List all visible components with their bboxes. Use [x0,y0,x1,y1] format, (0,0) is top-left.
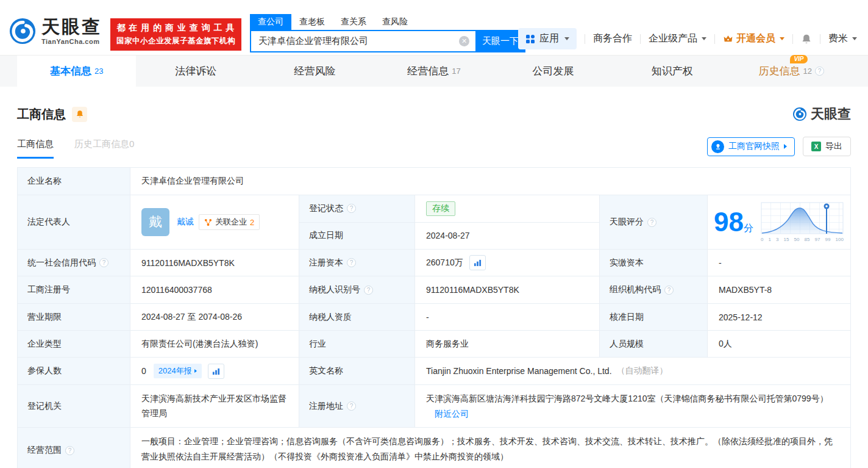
auto-translate-note: （自动翻译） [617,365,668,376]
subtab-business-info[interactable]: 工商信息 [17,139,54,159]
nearby-companies-link[interactable]: 附近公司 [435,409,469,419]
field-label-insured-count: 参保人数 [18,358,130,384]
tianyancha-watermark: 天眼查 [792,105,851,123]
legal-rep-name-link[interactable]: 戴诚 [177,217,194,228]
crown-icon [723,34,733,44]
logo-title: 天眼查 [41,18,102,36]
field-label-legal-representative: 法定代表人 [18,195,130,249]
field-label-taxpayer-id: 纳税人识别号? [299,276,415,303]
table-row: 参保人数 0 2024年报 英文名称 Tianjin Zhuoxin Enter… [18,358,850,385]
field-value-legal-representative: 戴 戴诚 关联企业 2 [130,195,299,249]
help-icon[interactable]: ? [664,286,674,295]
apps-label: 应用 [539,32,559,45]
chevron-down-icon [852,37,857,40]
tab-operation-risk[interactable]: 经营风险 [255,56,374,87]
nav-business-cooperation[interactable]: 商务合作 [593,32,632,45]
help-icon[interactable]: ? [647,218,656,227]
field-value-business-term: 2024-08-27 至 2074-08-26 [130,304,299,330]
help-icon[interactable]: ? [99,258,108,267]
table-row: 法定代表人 戴 戴诚 关联企业 2 登记状态? [18,195,850,250]
tab-basic-info[interactable]: 基本信息23 [17,56,136,87]
brand-slogan-banner: 都 在 用 的 商 业 查 询 工 具 国家中小企业发展子基金旗下机构 [110,18,241,51]
table-row: 营业期限 2024-08-27 至 2074-08-26 纳税人资质 - 核准日… [18,304,850,331]
insured-chart-button[interactable] [208,364,224,379]
field-label-registration-number: 工商注册号 [18,276,130,303]
company-section-tabs: 基本信息23 法律诉讼 经营风险 经营信息17 公司发展 知识产权 历史信息 V… [0,55,868,87]
field-value-approval-date: 2025-12-12 [708,304,850,330]
field-label-approval-date: 核准日期 [600,304,708,330]
field-value-org-code: MADXB5YT-8 [708,276,850,303]
notifications-bell[interactable] [801,34,812,45]
annual-report-tag[interactable]: 2024年报 [154,364,202,378]
field-label-english-name: 英文名称 [299,358,415,384]
search-input[interactable] [250,30,475,52]
field-label-staff-size: 人员规模 [600,331,708,357]
help-icon[interactable]: ? [65,446,74,455]
help-icon[interactable]: ? [815,67,824,76]
score-unit: 分 [744,223,753,233]
field-value-registered-capital: 260710万 [415,250,600,276]
help-icon[interactable]: ? [364,286,373,295]
field-value-company-type: 有限责任公司(港澳台法人独资) [130,331,299,357]
vip-badge: VIP [790,55,807,63]
tab-history-info[interactable]: 历史信息 VIP 12 ? [732,56,851,87]
status-badge: 存续 [426,201,455,216]
related-companies-badge[interactable]: 关联企业 2 [199,214,260,230]
field-label-credit-code: 统一社会信用代码? [18,250,130,276]
field-value-establish-date: 2024-08-27 [415,223,599,250]
excel-icon: X [811,142,821,151]
field-value-industry: 商务服务业 [415,331,600,357]
apps-menu[interactable]: 应用 [518,28,577,49]
bell-icon [801,34,812,45]
field-label-tianyan-score: 天眼评分? [600,195,708,249]
official-snapshot-button[interactable]: 工商官网快照 [707,137,795,156]
tab-intellectual-property[interactable]: 知识产权 [613,56,731,87]
business-info-table: 企业名称 天津卓信企业管理有限公司 法定代表人 戴 戴诚 关联企业 2 [17,167,851,468]
capital-chart-button[interactable] [469,255,486,270]
legal-rep-avatar[interactable]: 戴 [141,208,169,236]
help-icon[interactable]: ? [347,258,356,267]
field-label-business-scope: 经营范围? [18,428,130,468]
search-area: 查公司 查老板 查关系 查风险 ✕ 天眼一下 [250,13,525,52]
tab-company-development[interactable]: 公司发展 [494,56,613,87]
field-value-insured-count: 0 2024年报 [130,358,299,384]
subscribe-bell-button[interactable] [72,107,87,122]
logo-domain: TianYanCha.com [41,38,102,45]
help-icon[interactable]: ? [347,204,356,213]
tab-legal-litigation[interactable]: 法律诉讼 [136,56,255,87]
search-tabs: 查公司 查老板 查关系 查风险 [250,13,525,30]
search-tab-boss[interactable]: 查老板 [291,14,333,30]
field-label-paid-capital: 实缴资本 [600,250,708,276]
field-value-taxpayer-quality: - [415,304,600,330]
chevron-down-icon [780,37,784,40]
nav-enterprise-products[interactable]: 企业级产品 [649,32,706,45]
field-label-business-term: 营业期限 [18,304,130,330]
tab-business-info[interactable]: 经营信息17 [374,56,493,87]
top-nav: 应用 商务合作 企业级产品 开通会员 [518,28,857,49]
field-value-registration-number: 120116400037768 [130,276,299,303]
chevron-down-icon [564,37,569,40]
bell-icon [76,110,84,118]
nav-open-membership[interactable]: 开通会员 [723,32,784,45]
score-distribution-chart[interactable]: 0131550859799100 [761,202,844,242]
clear-search-icon[interactable]: ✕ [459,36,469,46]
network-icon [204,218,212,226]
help-icon[interactable]: ? [347,401,356,411]
table-row: 企业类型 有限责任公司(港澳台法人独资) 行业 商务服务业 人员规模 0人 [18,331,850,358]
subtab-history-business-info[interactable]: 历史工商信息0 [74,139,134,159]
search-tab-company[interactable]: 查公司 [250,14,291,30]
field-label-registered-capital: 注册资本? [299,250,415,276]
field-value-credit-code: 91120116MADXB5YT8K [130,250,299,276]
stamp-icon [711,140,724,153]
field-value-taxpayer-id: 91120116MADXB5YT8K [415,276,600,303]
user-account-menu[interactable]: 费米 [828,32,857,45]
field-value-registered-address: 天津滨海高新区塘沽海洋科技园宁海路872号文峰大厦1210室（天津锦信商务秘书有… [415,385,850,427]
arrow-right-icon [194,369,197,373]
field-value-english-name: Tianjin Zhuoxin Enterprise Management Co… [415,358,850,384]
search-tab-relation[interactable]: 查关系 [333,14,374,30]
section-title: 工商信息 [17,106,66,123]
tianyancha-logo[interactable]: 天眼查 TianYanCha.com [9,17,102,45]
search-tab-risk[interactable]: 查风险 [374,14,416,30]
export-button[interactable]: X 导出 [803,137,851,156]
score-value: 98 [714,207,744,237]
